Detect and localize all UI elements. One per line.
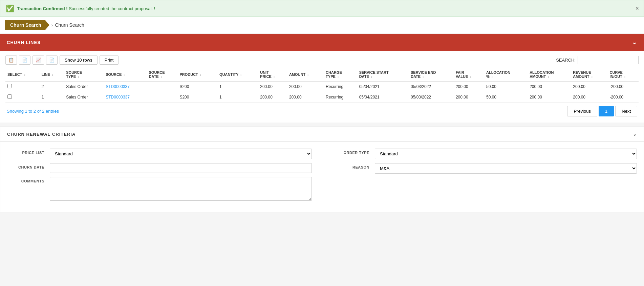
col-unit-price: UNITPRICE ↕ [258,68,287,81]
table-header-row: SELECT ↕ LINE ↕ SOURCETYPE ↕ SOURCE ↕ SO… [5,68,639,81]
cell-unit-price: 200.00 [258,92,287,103]
check-icon: ✅ [6,4,14,13]
col-alloc-amount: ALLOCATIONAMOUNT ↕ [528,68,571,81]
col-fair-value: FAIRVALUE ↕ [454,68,484,81]
show-rows-btn[interactable]: Show 10 rows [60,56,98,65]
col-charge-type: CHARGETYPE ↕ [324,68,357,81]
table-row: 2 Sales Order STD0000337 S200 1 200.00 2… [5,81,639,92]
cell-curve: -200.00 [608,81,639,92]
cell-charge-type: Recurring [324,92,357,103]
breadcrumb: Churn Search › Churn Search [0,17,644,33]
col-alloc-pct: ALLOCATION% ↕ [484,68,528,81]
churn-renewal-section: CHURN RENEWAL CRITERIA ⌄ PRICE LIST Stan… [0,127,644,213]
churn-renewal-header[interactable]: CHURN RENEWAL CRITERIA ⌄ [0,127,644,142]
cell-source-date [147,81,178,92]
reason-label: REASON [332,163,369,169]
close-icon[interactable]: × [635,5,639,12]
cell-alloc-amount: 200.00 [528,92,571,103]
churn-date-row: CHURN DATE 05/03/2022 [7,163,312,173]
cell-service-start: 05/04/2021 [357,92,409,103]
col-source-date: SOURCEDATE ↕ [147,68,178,81]
comments-textarea[interactable] [50,177,312,201]
cell-service-end: 05/03/2022 [409,92,454,103]
col-curve: CURVEIN/OUT ↕ [608,68,639,81]
cell-quantity: 1 [217,92,258,103]
pagination-range: 1 to 2 [25,109,36,114]
comments-label: COMMENTS [7,177,44,183]
churn-date-input[interactable]: 05/03/2022 [50,163,312,173]
price-list-label: PRICE LIST [7,149,44,155]
reason-row: REASON M&APriceProductOther [332,163,637,174]
cell-fair-value: 200.00 [454,81,484,92]
renewal-left-col: PRICE LIST StandardPremiumBasic CHURN DA… [7,149,312,206]
churn-date-field: 05/03/2022 [50,163,312,173]
col-product: PRODUCT ↕ [177,68,217,81]
col-service-start: SERVICE STARTDATE ↕ [357,68,409,81]
order-type-label: ORDER TYPE [332,149,369,155]
col-line: LINE ↕ [40,68,64,81]
cell-select [5,81,40,92]
cell-revenue-amount: 200.00 [571,92,607,103]
cell-line: 1 [40,92,64,103]
col-source: SOURCE ↕ [104,68,147,81]
order-type-select[interactable]: StandardCustom [375,149,637,159]
churn-date-label: CHURN DATE [7,163,44,169]
table-toolbar: 📋 📄 📈 📄 Show 10 rows Print SEARCH: [5,56,639,65]
cell-line: 2 [40,81,64,92]
csv-btn[interactable]: 📄 [19,56,30,65]
cell-alloc-pct: 50.00 [484,81,528,92]
comments-row: COMMENTS [7,177,312,202]
cell-amount: 200.00 [287,81,324,92]
pagination-info: Showing 1 to 2 of 2 entries [7,109,59,114]
cell-fair-value: 200.00 [454,92,484,103]
page-1-btn[interactable]: 1 [599,106,614,116]
col-quantity: QUANTITY ↕ [217,68,258,81]
price-list-field: StandardPremiumBasic [50,149,312,159]
cell-product: S200 [177,81,217,92]
price-list-row: PRICE LIST StandardPremiumBasic [7,149,312,159]
pdf-btn[interactable]: 📄 [46,56,58,65]
breadcrumb-separator: › [49,22,55,28]
price-list-select[interactable]: StandardPremiumBasic [50,149,312,159]
cell-product: S200 [177,92,217,103]
comments-field [50,177,312,202]
table-row: 1 Sales Order STD0000337 S200 1 200.00 2… [5,92,639,103]
cell-alloc-amount: 200.00 [528,81,571,92]
row-checkbox[interactable] [7,84,12,88]
reason-field: M&APriceProductOther [375,163,637,174]
col-source-type: SOURCETYPE ↕ [64,68,104,81]
cell-service-end: 05/03/2022 [409,81,454,92]
pagination-suffix: of 2 entries [36,109,59,114]
order-type-field: StandardCustom [375,149,637,159]
cell-charge-type: Recurring [324,81,357,92]
search-label: SEARCH: [556,58,576,63]
copy-btn[interactable]: 📋 [5,56,17,65]
renewal-right-col: ORDER TYPE StandardCustom REASON M&APric… [332,149,637,206]
churn-renewal-title: CHURN RENEWAL CRITERIA [7,132,76,137]
row-checkbox[interactable] [7,94,12,99]
cell-quantity: 1 [217,81,258,92]
previous-btn[interactable]: Previous [567,106,597,116]
print-btn[interactable]: Print [100,56,119,65]
churn-lines-body: 📋 📄 📈 📄 Show 10 rows Print SEARCH: SELEC… [0,51,644,123]
churn-lines-section-header[interactable]: CHURN LINES ⌄ [0,34,644,51]
cell-alloc-pct: 50.00 [484,92,528,103]
search-input[interactable] [578,56,639,64]
excel-btn[interactable]: 📈 [33,56,44,65]
cell-source-link[interactable]: STD0000337 [104,81,147,92]
pagination-buttons: Previous 1 Next [567,106,637,116]
pagination-row: Showing 1 to 2 of 2 entries Previous 1 N… [5,103,639,118]
cell-unit-price: 200.00 [258,81,287,92]
next-btn[interactable]: Next [615,106,637,116]
breadcrumb-active[interactable]: Churn Search [5,20,49,30]
search-wrap: SEARCH: [556,56,639,64]
renewal-chevron-icon: ⌄ [633,132,637,137]
cell-source-link[interactable]: STD0000337 [104,92,147,103]
reason-select[interactable]: M&APriceProductOther [375,163,637,174]
cell-curve: -200.00 [608,92,639,103]
col-service-end: SERVICE ENDDATE ↕ [409,68,454,81]
col-amount: AMOUNT ↕ [287,68,324,81]
churn-lines-table: SELECT ↕ LINE ↕ SOURCETYPE ↕ SOURCE ↕ SO… [5,68,639,103]
toast-message: Transaction Confirmed ! Successfully cre… [17,6,155,11]
cell-source-type: Sales Order [64,92,104,103]
